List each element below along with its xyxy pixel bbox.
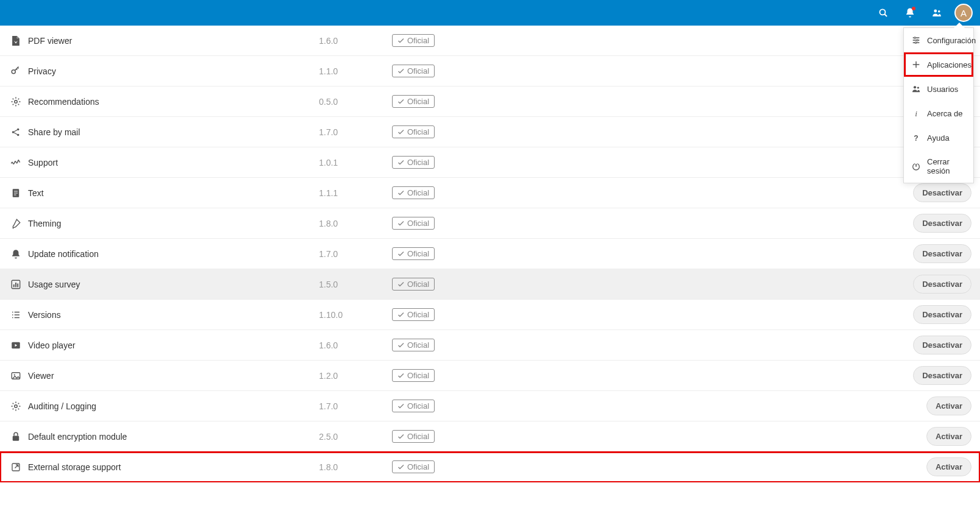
app-name: Auditing / Logging: [28, 401, 319, 411]
app-name: Video player: [28, 340, 319, 350]
app-list: PDF viewer1.6.0OficialPrivacy1.1.0Oficia…: [0, 26, 980, 482]
app-row[interactable]: Video player1.6.0OficialDesactivar: [0, 330, 980, 361]
app-version: 1.1.1: [319, 188, 392, 198]
svg-point-0: [880, 9, 885, 15]
official-badge-label: Oficial: [407, 249, 429, 258]
app-version: 1.7.0: [319, 127, 392, 137]
app-row[interactable]: Recommendations0.5.0Oficial: [0, 86, 980, 117]
app-level: Oficial: [392, 156, 514, 169]
app-row[interactable]: Privacy1.1.0Oficial: [0, 56, 980, 86]
app-row[interactable]: Theming1.8.0OficialDesactivar: [0, 208, 980, 239]
deactivate-button[interactable]: Desactivar: [913, 275, 971, 294]
app-level: Oficial: [392, 217, 514, 230]
app-row[interactable]: Auditing / Logging1.7.0OficialActivar: [0, 391, 980, 421]
lock-icon: [9, 429, 23, 444]
app-version: 1.6.0: [319, 340, 392, 350]
info-icon: [911, 108, 921, 118]
app-version: 0.5.0: [319, 97, 392, 107]
app-row[interactable]: Update notification1.7.0OficialDesactiva…: [0, 239, 980, 269]
image-icon: [9, 368, 23, 383]
app-name: Share by mail: [28, 127, 319, 137]
users-icon: [911, 84, 921, 94]
avatar[interactable]: A: [954, 4, 973, 22]
brush-icon: [9, 216, 23, 231]
search-icon[interactable]: [872, 1, 895, 24]
official-badge: Oficial: [392, 34, 435, 47]
official-badge-label: Oficial: [407, 219, 429, 228]
app-level: Oficial: [392, 125, 514, 138]
dropdown-item-ayuda[interactable]: Ayuda: [904, 125, 973, 150]
contacts-icon[interactable]: [925, 1, 948, 24]
official-badge: Oficial: [392, 430, 435, 443]
app-name: Support: [28, 158, 319, 167]
deactivate-button[interactable]: Desactivar: [913, 214, 971, 233]
official-badge-label: Oficial: [407, 127, 429, 136]
app-version: 1.2.0: [319, 371, 392, 381]
app-level: Oficial: [392, 339, 514, 351]
app-level: Oficial: [392, 400, 514, 412]
deactivate-button[interactable]: Desactivar: [913, 366, 971, 385]
app-version: 1.8.0: [319, 462, 392, 472]
activate-button[interactable]: Activar: [926, 427, 971, 446]
app-row[interactable]: Viewer1.2.0OficialDesactivar: [0, 361, 980, 391]
app-row[interactable]: Text1.1.1OficialDesactivar: [0, 178, 980, 208]
app-action: Desactivar: [913, 214, 971, 233]
power-icon: [911, 161, 921, 171]
app-level: Oficial: [392, 369, 514, 382]
dropdown-item-cerrar-sesión[interactable]: Cerrar sesión: [904, 150, 973, 183]
app-level: Oficial: [392, 460, 514, 473]
notification-dot: [912, 7, 915, 10]
dropdown-item-label: Configuración: [927, 36, 976, 45]
app-level: Oficial: [392, 278, 514, 291]
official-badge: Oficial: [392, 278, 435, 291]
official-badge: Oficial: [392, 186, 435, 199]
svg-point-3: [938, 10, 940, 13]
app-row[interactable]: Support1.0.1Oficial: [0, 147, 980, 178]
official-badge-label: Oficial: [407, 310, 429, 319]
official-badge: Oficial: [392, 460, 435, 473]
external-icon: [9, 460, 23, 474]
deactivate-button[interactable]: Desactivar: [913, 336, 971, 354]
official-badge: Oficial: [392, 95, 435, 108]
official-badge: Oficial: [392, 65, 435, 77]
notifications-icon[interactable]: [898, 1, 922, 24]
activate-button[interactable]: Activar: [926, 457, 971, 476]
play-icon: [9, 338, 23, 353]
app-name: Recommendations: [28, 97, 319, 107]
dropdown-item-configuración[interactable]: Configuración: [904, 28, 973, 52]
app-level: Oficial: [392, 247, 514, 260]
dropdown-item-acerca-de[interactable]: Acerca de: [904, 101, 973, 125]
dropdown-item-label: Cerrar sesión: [927, 157, 966, 175]
gear-icon: [9, 399, 23, 414]
deactivate-button[interactable]: Desactivar: [913, 244, 971, 263]
app-action: Desactivar: [913, 366, 971, 385]
app-row[interactable]: PDF viewer1.6.0Oficial: [0, 26, 980, 56]
dropdown-item-usuarios[interactable]: Usuarios: [904, 77, 973, 101]
app-row[interactable]: Versions1.10.0OficialDesactivar: [0, 300, 980, 330]
app-row[interactable]: Default encryption module2.5.0OficialAct…: [0, 421, 980, 452]
topbar: A ConfiguraciónAplicacionesUsuariosAcerc…: [0, 0, 980, 26]
official-badge: Oficial: [392, 156, 435, 169]
deactivate-button[interactable]: Desactivar: [913, 305, 971, 324]
bell-icon: [9, 247, 23, 261]
official-badge-label: Oficial: [407, 36, 429, 45]
app-row[interactable]: Share by mail1.7.0Oficial: [0, 117, 980, 147]
dropdown-item-aplicaciones[interactable]: Aplicaciones: [904, 52, 973, 77]
list-icon: [9, 308, 23, 322]
app-name: Viewer: [28, 371, 319, 381]
gear-icon: [9, 94, 23, 109]
app-name: Update notification: [28, 249, 319, 259]
official-badge-label: Oficial: [407, 97, 429, 106]
dropdown-item-label: Acerca de: [927, 109, 963, 118]
app-row[interactable]: Usage survey1.5.0OficialDesactivar: [0, 269, 980, 300]
official-badge: Oficial: [392, 369, 435, 382]
app-action: Activar: [926, 396, 971, 415]
dropdown-item-label: Aplicaciones: [927, 60, 971, 69]
deactivate-button[interactable]: Desactivar: [913, 183, 971, 202]
app-version: 2.5.0: [319, 432, 392, 442]
app-row[interactable]: External storage support1.8.0OficialActi…: [0, 452, 980, 482]
app-level: Oficial: [392, 308, 514, 321]
activate-button[interactable]: Activar: [926, 396, 971, 415]
app-name: Versions: [28, 310, 319, 320]
official-badge: Oficial: [392, 247, 435, 260]
